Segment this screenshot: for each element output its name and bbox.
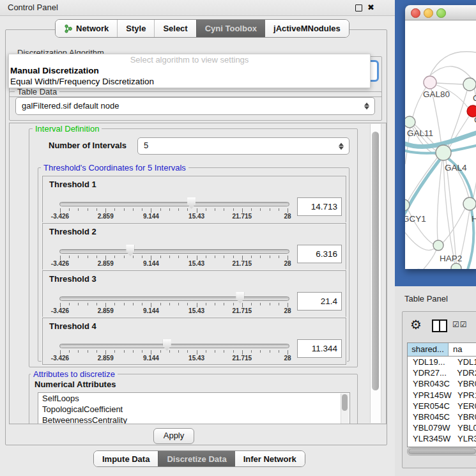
threshold-3-slider-handle[interactable] [236,292,244,303]
tick-label: 9.144 [143,307,159,314]
node-table: shared... na YDL19...YDL1 YDR27...YDR2 Y… [407,342,476,447]
list-item[interactable]: TopologicalCoefficient [38,404,349,415]
tick-mark [215,350,215,353]
table-row[interactable]: YBR043CYBR0 [408,378,476,389]
threshold-1-slider-track[interactable] [59,202,289,206]
zoom-traffic-light[interactable] [436,8,446,18]
tick-mark [69,256,70,258]
minimize-traffic-light[interactable] [424,8,433,18]
tick-mark [251,350,252,353]
control-panel-tabs: Network Style Select Cyni Toolbox jActiv… [55,19,349,38]
network-node-label: GAL11 [407,128,433,138]
network-node-label: GAL4 [445,163,467,173]
network-node[interactable] [405,116,415,128]
table-row[interactable]: YBL079WYBL0 [408,422,476,433]
threshold-4-slider-handle[interactable] [163,339,171,351]
list-item[interactable]: SelfLoops [38,393,349,404]
interval-definition-group: Interval Definition Number of Intervals … [29,128,358,367]
tick-mark [224,256,224,258]
network-edge-highlighted[interactable] [405,156,443,217]
network-node[interactable] [463,197,476,210]
tick-mark [96,208,97,211]
table-row[interactable]: YBR045CYBR0 [408,411,476,422]
list-scrollbar[interactable] [341,394,349,424]
network-canvas[interactable]: GAL80GACGAL11GAL4GCY1HHAP2 [405,20,476,269]
tick-label: 21.715 [233,213,252,220]
tab-label: Network [76,24,109,33]
thresholds-group: Threshold's Coordinates for 5 Intervals … [38,167,349,362]
network-node-label: HAP2 [440,254,462,263]
dropdown-option-manual[interactable]: Manual Discretization [9,65,370,76]
tab-impute-data[interactable]: Impute Data [94,451,158,466]
tick-mark [133,256,134,258]
network-node[interactable] [433,240,443,250]
network-edge[interactable] [436,83,463,84]
tick-mark [169,303,170,305]
threshold-2-slider-handle[interactable] [126,245,134,256]
tick-label: 9.144 [143,260,159,267]
tab-infer-network[interactable]: Infer Network [235,451,305,466]
network-edge[interactable] [430,66,472,79]
tick-mark [197,256,197,260]
table-horizontal-scrollbar[interactable] [407,447,476,456]
tick-mark [197,350,197,355]
tick-mark [224,208,224,211]
threshold-2-value-field[interactable]: 6.316 [297,245,342,263]
list-item[interactable]: BetweennessCentrality [38,415,349,424]
network-edge[interactable] [430,52,476,75]
tick-label: 15.43 [188,213,204,220]
network-edge[interactable] [446,160,456,263]
tab-network[interactable]: Network [56,20,117,37]
network-node[interactable] [463,78,476,91]
threshold-4-slider-track[interactable] [59,344,289,348]
network-edge[interactable] [437,160,442,240]
gear-icon[interactable]: ⚙ [410,317,422,332]
network-node[interactable] [451,263,461,269]
num-intervals-combobox[interactable]: 5 [137,137,349,155]
threshold-1-slider-handle[interactable] [187,197,196,209]
network-node[interactable] [424,76,436,89]
tick-mark [60,256,61,260]
table-row[interactable]: YLR345WYLR3 [408,433,476,444]
network-edge[interactable] [443,160,455,265]
tab-select[interactable]: Select [154,20,196,37]
tick-label: -3.426 [51,260,69,267]
columns-icon[interactable] [432,319,447,332]
threshold-1-panel: Threshold 1 -3.4262.8599.14415.4321.7152… [42,176,346,223]
table-row[interactable]: YDR27...YDR2 [408,367,476,378]
control-panel-titlebar: Control Panel ✖ [0,0,395,16]
attributes-list[interactable]: SelfLoops TopologicalCoefficient Between… [38,392,350,424]
select-checkboxes-icon[interactable]: ☑☑ [452,320,468,329]
network-edge[interactable] [405,250,436,269]
tab-discretize-data[interactable]: Discretize Data [158,451,234,466]
threshold-2-slider-track[interactable] [59,249,289,254]
tab-cyni-toolbox[interactable]: Cyni Toolbox [196,20,265,37]
table-row[interactable]: YPR145WYPR1 [408,390,476,401]
tick-mark [105,350,106,355]
table-row[interactable]: YDL19...YDL1 [408,357,476,367]
apply-button[interactable]: Apply [153,428,194,444]
network-node[interactable] [436,145,451,160]
threshold-3-slider-track[interactable] [59,296,289,301]
tab-jactivemnodules[interactable]: jActiveMNodules [265,20,349,37]
network-node[interactable] [405,199,410,211]
column-header-shared[interactable]: shared... [408,343,449,356]
tab-style[interactable]: Style [117,20,154,37]
table-data-combobox[interactable]: galFiltered.sif default node [15,97,375,115]
tick-mark [78,350,79,353]
slider-tick-labels: -3.4262.8599.14415.4321.71528 [60,355,288,362]
threshold-4-value-field[interactable]: 11.344 [297,339,342,358]
dropdown-option-equal-width[interactable]: Equal Width/Frequency Discretization [9,76,370,87]
column-header-name[interactable]: na [449,343,476,356]
threshold-1-value-field[interactable]: 14.713 [297,197,342,216]
tick-mark [78,208,79,211]
panel-scrollbar[interactable] [370,124,381,423]
close-traffic-light[interactable] [411,8,420,18]
float-window-icon[interactable] [355,4,362,12]
network-edge[interactable] [408,157,438,201]
table-row[interactable]: YER054CYER0 [408,401,476,411]
threshold-3-value-field[interactable]: 21.4 [297,292,342,311]
tick-mark [69,208,70,211]
settings-scroll-panel: Interval Definition Number of Intervals … [9,123,387,424]
close-icon[interactable]: ✖ [367,3,374,12]
